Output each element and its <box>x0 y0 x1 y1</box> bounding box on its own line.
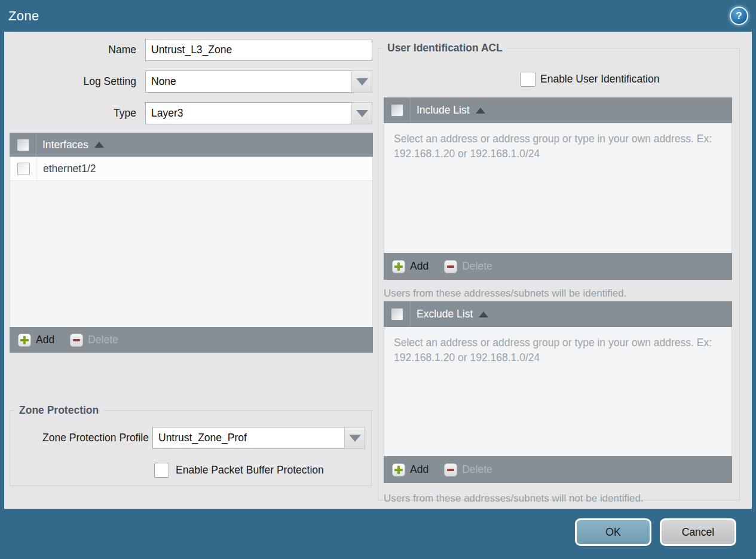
chevron-down-icon <box>356 78 368 85</box>
row-checkbox-cell[interactable] <box>10 157 37 181</box>
zone-protection-fieldset: Zone Protection Zone Protection Profile … <box>10 404 372 486</box>
add-label: Add <box>36 334 54 346</box>
interfaces-table: Interfaces ethernet1/2 Add Delete <box>10 133 373 353</box>
packet-buffer-protection-label: Enable Packet Buffer Protection <box>176 463 324 478</box>
plus-icon <box>18 334 31 347</box>
add-button[interactable]: Add <box>392 260 428 273</box>
user-identification-acl-fieldset: User Identification ACL Enable User Iden… <box>378 42 740 500</box>
exclude-list-toolbar: Add Delete <box>384 456 732 483</box>
exclude-list-body: Select an address or address group or ty… <box>384 327 732 456</box>
chevron-down-icon <box>349 435 361 442</box>
interfaces-table-header[interactable]: Interfaces <box>10 133 373 157</box>
zone-protection-profile-dropdown-button[interactable] <box>344 427 365 449</box>
sort-ascending-icon <box>94 142 104 148</box>
dialog-title: Zone <box>8 8 39 24</box>
ok-button[interactable]: OK <box>575 518 651 546</box>
include-list-toolbar: Add Delete <box>384 253 732 280</box>
add-button[interactable]: Add <box>392 463 428 476</box>
exclude-list-note: Users from these addresses/subnets will … <box>384 493 644 505</box>
name-label: Name <box>0 39 136 60</box>
zone-protection-legend: Zone Protection <box>15 404 103 417</box>
include-list-label: Include List <box>417 104 470 117</box>
select-all-checkbox[interactable] <box>17 139 29 151</box>
plus-icon <box>392 463 405 476</box>
add-button[interactable]: Add <box>18 334 54 347</box>
add-label: Add <box>410 260 428 273</box>
interfaces-toolbar: Add Delete <box>10 327 373 353</box>
interface-name: ethernet1/2 <box>43 163 96 175</box>
add-label: Add <box>410 463 428 476</box>
type-label: Type <box>0 102 136 124</box>
delete-button[interactable]: Delete <box>70 334 118 347</box>
type-dropdown-button[interactable] <box>351 102 372 124</box>
exclude-list-label: Exclude List <box>417 308 473 320</box>
name-input[interactable] <box>145 39 372 61</box>
plus-icon <box>392 260 405 273</box>
select-all-checkbox[interactable] <box>391 104 403 117</box>
delete-button[interactable]: Delete <box>444 463 492 476</box>
log-setting-input[interactable] <box>145 71 352 93</box>
zone-protection-profile-label: Zone Protection Profile <box>19 427 149 448</box>
minus-icon <box>444 260 457 273</box>
minus-icon <box>444 463 457 476</box>
include-list-table: Include List Select an address or addres… <box>384 97 732 280</box>
interfaces-column-label: Interfaces <box>42 139 88 151</box>
help-icon[interactable] <box>730 7 748 25</box>
include-select-all-cell[interactable] <box>384 97 411 123</box>
zone-dialog: Zone Name Log Setting Type Interfaces et <box>0 0 756 559</box>
packet-buffer-protection-checkbox[interactable] <box>154 463 169 478</box>
exclude-list-placeholder: Select an address or address group or ty… <box>384 327 731 374</box>
log-setting-label: Log Setting <box>0 71 136 92</box>
user-identification-acl-legend: User Identification ACL <box>383 42 507 54</box>
include-list-placeholder: Select an address or address group or ty… <box>384 123 731 170</box>
chevron-down-icon <box>356 110 368 117</box>
zone-protection-profile-input[interactable] <box>152 427 345 449</box>
delete-label: Delete <box>88 334 118 346</box>
sort-ascending-icon <box>476 108 485 114</box>
minus-icon <box>70 334 83 347</box>
log-setting-dropdown-button[interactable] <box>351 71 372 93</box>
delete-label: Delete <box>462 463 492 476</box>
table-row[interactable]: ethernet1/2 <box>10 157 372 181</box>
dialog-titlebar: Zone <box>0 0 756 32</box>
include-list-header[interactable]: Include List <box>384 97 732 123</box>
sort-ascending-icon <box>479 311 488 317</box>
delete-label: Delete <box>462 260 492 273</box>
include-list-body: Select an address or address group or ty… <box>384 123 732 253</box>
include-list-note: Users from these addresses/subnets will … <box>384 288 626 300</box>
exclude-list-header[interactable]: Exclude List <box>384 301 732 327</box>
interfaces-table-body: ethernet1/2 <box>10 157 373 327</box>
enable-user-identification-label: Enable User Identification <box>540 72 659 87</box>
row-checkbox[interactable] <box>17 163 30 175</box>
enable-user-identification-checkbox[interactable] <box>521 72 535 87</box>
exclude-list-table: Exclude List Select an address or addres… <box>384 301 732 483</box>
interfaces-select-all-cell[interactable] <box>10 133 36 157</box>
type-input[interactable] <box>145 102 352 124</box>
delete-button[interactable]: Delete <box>444 260 492 273</box>
cancel-button[interactable]: Cancel <box>660 518 736 546</box>
select-all-checkbox[interactable] <box>391 308 403 320</box>
exclude-select-all-cell[interactable] <box>384 301 411 327</box>
